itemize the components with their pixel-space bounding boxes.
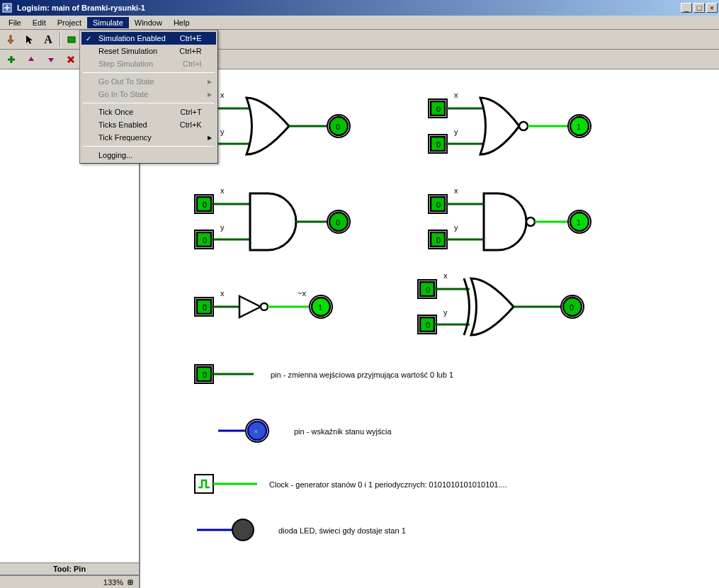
titlebar: Logisim: main of Bramki-rysunki-1 _ □ × bbox=[0, 0, 719, 16]
svg-point-107 bbox=[232, 519, 254, 541]
svg-text:0: 0 bbox=[436, 200, 441, 209]
minimize-button[interactable]: _ bbox=[681, 3, 692, 13]
svg-text:0: 0 bbox=[203, 303, 207, 312]
move-up-tool[interactable] bbox=[23, 51, 40, 68]
svg-text:0: 0 bbox=[426, 321, 430, 329]
app-icon bbox=[1, 2, 13, 13]
svg-text:1: 1 bbox=[318, 303, 322, 312]
dropdown-item-4: Go Out To State▶ bbox=[81, 75, 216, 88]
pin-input-tool[interactable] bbox=[64, 31, 81, 48]
svg-text:0: 0 bbox=[203, 200, 207, 209]
dropdown-item-7[interactable]: Tick OnceCtrl+T bbox=[81, 106, 216, 118]
svg-text:1: 1 bbox=[577, 218, 581, 227]
dropdown-item-11[interactable]: Logging... bbox=[81, 149, 216, 162]
svg-text:~x: ~x bbox=[298, 289, 306, 298]
delete-tool[interactable] bbox=[62, 51, 79, 68]
circuit-svg: 0 x 0 y w 0 0 x 0 y bbox=[140, 69, 719, 588]
svg-rect-1 bbox=[68, 37, 75, 43]
svg-text:0: 0 bbox=[436, 236, 441, 244]
move-down-tool[interactable] bbox=[43, 51, 60, 68]
menu-help[interactable]: Help bbox=[168, 17, 196, 28]
svg-text:×: × bbox=[254, 427, 258, 436]
svg-text:pin  - zmienna wejściowa przyj: pin - zmienna wejściowa przyjmująca wart… bbox=[271, 371, 453, 379]
svg-text:x: x bbox=[220, 186, 225, 195]
zoom-icon[interactable] bbox=[126, 578, 135, 587]
svg-text:pin  - wskaźnik stanu wyjścia: pin - wskaźnik stanu wyjścia bbox=[294, 427, 392, 436]
select-tool[interactable] bbox=[21, 31, 38, 48]
dropdown-item-9[interactable]: Tick Frequency▶ bbox=[81, 131, 216, 144]
svg-text:x: x bbox=[443, 271, 448, 280]
menu-edit[interactable]: Edit bbox=[27, 17, 52, 28]
svg-text:Clock - generator stanów  0 i : Clock - generator stanów 0 i 1 periodycz… bbox=[269, 480, 507, 489]
dropdown-item-5: Go In To State▶ bbox=[81, 88, 216, 101]
svg-text:0: 0 bbox=[203, 371, 207, 379]
menu-simulate[interactable]: Simulate bbox=[87, 17, 129, 28]
window-title: Logisim: main of Bramki-rysunki-1 bbox=[16, 4, 681, 12]
menu-file[interactable]: File bbox=[3, 17, 27, 28]
canvas[interactable]: 0 x 0 y w 0 0 x 0 y bbox=[140, 69, 719, 588]
svg-text:0: 0 bbox=[203, 236, 207, 244]
dropdown-item-2: Step SimulationCtrl+I bbox=[81, 57, 216, 70]
svg-point-30 bbox=[519, 122, 528, 130]
menubar: File Edit Project Simulate Window Help bbox=[0, 16, 719, 30]
svg-text:0: 0 bbox=[426, 285, 430, 294]
svg-text:x: x bbox=[454, 186, 458, 195]
svg-text:y: y bbox=[220, 223, 225, 232]
menu-window[interactable]: Window bbox=[129, 17, 168, 28]
svg-text:0: 0 bbox=[436, 140, 441, 149]
text-tool[interactable]: A bbox=[40, 31, 57, 48]
close-button[interactable]: × bbox=[706, 3, 718, 13]
svg-text:y: y bbox=[454, 128, 458, 136]
add-circuit-tool[interactable] bbox=[3, 51, 20, 68]
svg-text:x: x bbox=[220, 289, 225, 298]
svg-text:y: y bbox=[220, 128, 225, 136]
maximize-button[interactable]: □ bbox=[693, 3, 705, 13]
svg-point-72 bbox=[261, 303, 268, 310]
svg-text:y: y bbox=[443, 308, 448, 317]
svg-text:0: 0 bbox=[336, 218, 340, 227]
svg-point-61 bbox=[526, 217, 535, 226]
props-header: Tool: Pin bbox=[0, 562, 139, 575]
svg-text:x: x bbox=[220, 91, 225, 99]
dropdown-item-1[interactable]: Reset SimulationCtrl+R bbox=[81, 45, 216, 57]
svg-text:0: 0 bbox=[336, 123, 340, 131]
svg-rect-103 bbox=[195, 475, 213, 493]
svg-text:0: 0 bbox=[570, 303, 574, 312]
zoom-value: 133% bbox=[103, 578, 123, 587]
simulate-dropdown: ✓Simulation EnabledCtrl+EReset Simulatio… bbox=[79, 30, 218, 164]
zoom-status: 133% bbox=[0, 575, 139, 588]
poke-tool[interactable] bbox=[3, 31, 20, 48]
svg-text:x: x bbox=[454, 91, 458, 99]
svg-text:1: 1 bbox=[577, 123, 581, 131]
dropdown-item-0[interactable]: ✓Simulation EnabledCtrl+E bbox=[81, 32, 216, 45]
svg-text:dioda LED, świeci gdy dostaje : dioda LED, świeci gdy dostaje stan 1 bbox=[278, 526, 406, 535]
svg-text:y: y bbox=[454, 223, 458, 232]
dropdown-item-8[interactable]: Ticks EnabledCtrl+K bbox=[81, 118, 216, 131]
menu-project[interactable]: Project bbox=[52, 17, 87, 28]
svg-text:0: 0 bbox=[436, 105, 441, 113]
